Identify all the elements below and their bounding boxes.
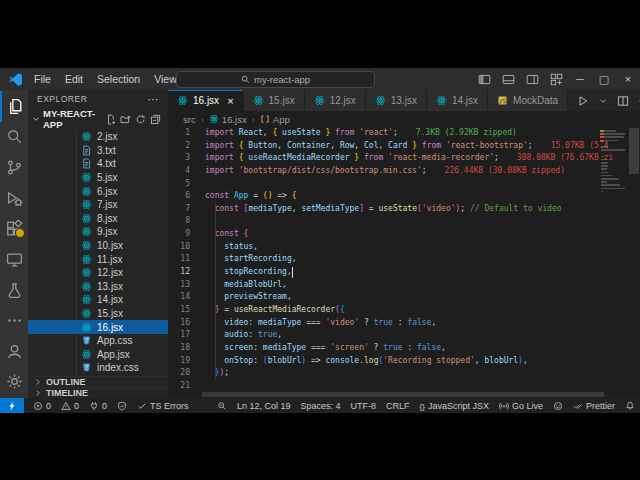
sidebar-title: EXPLORER <box>37 94 87 104</box>
warning-icon <box>61 401 71 411</box>
status-warnings[interactable]: 0 <box>56 398 84 413</box>
layout-sidebar-left-icon[interactable] <box>472 68 496 90</box>
menu-selection[interactable]: Selection <box>90 68 147 90</box>
activity-search[interactable] <box>0 122 28 153</box>
status-ports[interactable]: 0 <box>84 398 112 413</box>
dcheck-icon <box>573 401 583 411</box>
code-line-19: 19 onStop: (blobUrl) => console.log('Rec… <box>168 355 640 368</box>
file-item-index-css[interactable]: index.css <box>28 361 168 375</box>
tab-13-jsx[interactable]: 13.jsx <box>366 90 427 111</box>
file-item-3-txt[interactable]: 3.txt <box>28 144 168 158</box>
code-line-17: 17 audio: true, <box>168 329 640 342</box>
close-button[interactable]: × <box>616 68 640 90</box>
split-editor-button[interactable] <box>617 95 629 107</box>
section-timeline[interactable]: TIMELINE <box>28 387 168 398</box>
file-item-12-jsx[interactable]: 12.jsx <box>28 266 168 280</box>
status-errors[interactable]: 0 <box>28 398 56 413</box>
project-section-header[interactable]: MY-REACT-APP <box>28 108 168 130</box>
activity-remote-explorer[interactable] <box>0 244 28 275</box>
refresh-icon <box>135 114 146 125</box>
tab-mockdata[interactable]: MockData <box>488 90 568 111</box>
file-item-14-jsx[interactable]: 14.jsx <box>28 293 168 307</box>
file-item-app-css[interactable]: App.css <box>28 334 168 348</box>
file-item-11-jsx[interactable]: 11.jsx <box>28 252 168 266</box>
activity-run-debug[interactable] <box>0 183 28 214</box>
breadcrumb-src[interactable]: src <box>183 114 196 125</box>
file-item-10-jsx[interactable]: 10.jsx <box>28 239 168 253</box>
activity-source-control[interactable] <box>0 152 28 183</box>
file-item-16-jsx[interactable]: 16.jsx <box>28 320 168 334</box>
sidebar-more-icon[interactable]: ⋯ <box>148 93 160 106</box>
activity-account[interactable] <box>0 336 28 366</box>
code-line-7: 7 const [mediaType, setMediaType] = useS… <box>168 203 640 216</box>
status-notifications[interactable] <box>620 398 640 413</box>
tab-12-jsx[interactable]: 12.jsx <box>305 90 366 111</box>
layout-sidebar-right-icon[interactable] <box>520 68 544 90</box>
line-number: 4 <box>168 165 190 178</box>
file-label: 9.jsx <box>97 226 118 237</box>
vertical-scrollbar[interactable] <box>628 127 640 398</box>
line-number: 7 <box>168 203 190 216</box>
file-item-4-txt[interactable]: 4.txt <box>28 157 168 171</box>
status-indentation[interactable]: Spaces: 4 <box>296 398 346 413</box>
breadcrumb-16-jsx[interactable]: 16.jsx <box>209 114 247 125</box>
run-dropdown-button[interactable] <box>598 96 608 106</box>
breadcrumb-app[interactable]: App <box>260 114 290 125</box>
tab-label: MockData <box>513 95 558 106</box>
menu-file[interactable]: File <box>27 68 58 90</box>
activity-testing[interactable] <box>0 275 28 306</box>
file-label: 12.jsx <box>97 267 123 278</box>
activity-more[interactable] <box>0 305 28 336</box>
tab-14-jsx[interactable]: 14.jsx <box>427 90 488 111</box>
file-item-7-jsx[interactable]: 7.jsx <box>28 198 168 212</box>
new-folder-button[interactable] <box>120 114 131 125</box>
customize-layout-icon[interactable] <box>544 68 568 90</box>
activity-extensions[interactable] <box>0 214 28 245</box>
section-outline[interactable]: OUTLINE <box>28 376 168 387</box>
status-language-mode[interactable]: {}JavaScript JSX <box>415 398 494 413</box>
code-editor[interactable]: 1import React, { useState } from 'react'… <box>168 127 640 398</box>
file-item-9-jsx[interactable]: 9.jsx <box>28 225 168 239</box>
status-feedback[interactable] <box>548 398 568 413</box>
command-center-search[interactable]: my-react-app <box>176 71 375 88</box>
import-cost-annotation: 308.08KB (76.67KB zi <box>517 153 613 162</box>
tab-15-jsx[interactable]: 15.jsx <box>244 90 305 111</box>
layout-panel-icon[interactable] <box>496 68 520 90</box>
minimap[interactable] <box>600 127 628 398</box>
status-go-live[interactable]: Go Live <box>494 398 548 413</box>
file-item-15-jsx[interactable]: 15.jsx <box>28 307 168 321</box>
bell-icon <box>625 401 635 411</box>
file-item-13-jsx[interactable]: 13.jsx <box>28 280 168 294</box>
status-prettier[interactable]: Prettier <box>568 398 620 413</box>
new-file-button[interactable] <box>105 114 116 125</box>
line-number: 12 <box>168 266 190 279</box>
file-item-5-jsx[interactable]: 5.jsx <box>28 171 168 185</box>
status-eol[interactable]: CRLF <box>381 398 415 413</box>
status-encoding[interactable]: UTF-8 <box>346 398 382 413</box>
minimize-button[interactable]: ─ <box>568 68 592 90</box>
file-item-8-jsx[interactable]: 8.jsx <box>28 212 168 226</box>
menu-edit[interactable]: Edit <box>58 68 90 90</box>
refresh-button[interactable] <box>135 114 146 125</box>
run-button[interactable] <box>577 95 589 107</box>
activity-explorer[interactable] <box>0 91 28 122</box>
activity-bar <box>0 90 28 398</box>
maximize-button[interactable]: ▢ <box>592 68 616 90</box>
files-icon <box>7 98 24 115</box>
activity-settings[interactable] <box>0 366 28 396</box>
file-label: 7.jsx <box>97 199 118 210</box>
status-zoom-indicator[interactable] <box>212 398 232 413</box>
status-workspace-trust[interactable] <box>112 398 132 413</box>
code-line-5: 5 <box>168 178 640 191</box>
status-remote-indicator[interactable] <box>0 398 24 413</box>
status-ts-errors[interactable]: TS Errors <box>132 398 194 413</box>
horizontal-scrollbar[interactable] <box>202 392 604 397</box>
tab-16-jsx[interactable]: 16.jsx× <box>168 90 244 111</box>
file-item-6-jsx[interactable]: 6.jsx <box>28 184 168 198</box>
file-item-app-jsx[interactable]: App.jsx <box>28 348 168 362</box>
tab-close-icon[interactable]: × <box>227 95 233 107</box>
collapse-all-button[interactable] <box>150 114 161 125</box>
status-cursor-position[interactable]: Ln 12, Col 19 <box>232 398 296 413</box>
file-item-2-jsx[interactable]: 2.jsx <box>28 130 168 144</box>
tab-label: 12.jsx <box>330 95 356 106</box>
